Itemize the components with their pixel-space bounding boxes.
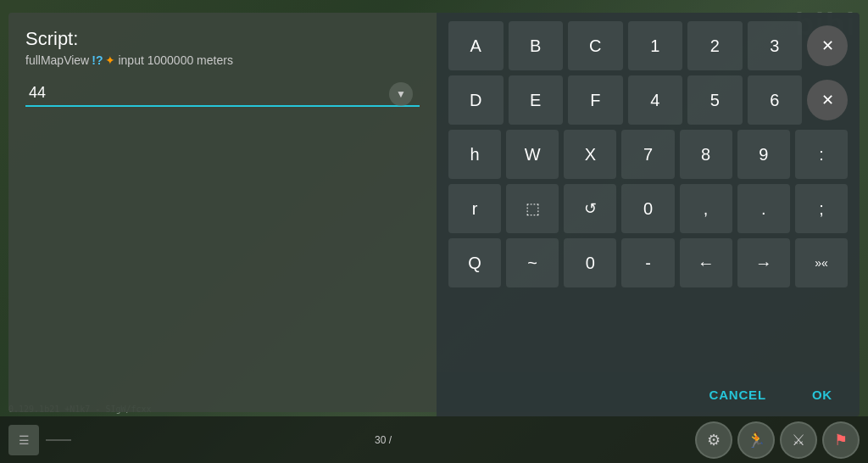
dialog-container: Script: fullMapView !? ✦ input 1000000 m…: [8, 13, 860, 412]
keyboard-row-2: D E F 4 5 6 ✕: [448, 75, 848, 125]
input-wrapper: ▼: [25, 81, 420, 107]
key-4[interactable]: 4: [628, 75, 683, 125]
hud-btn-4[interactable]: ⚑: [822, 421, 860, 459]
key-9[interactable]: 9: [737, 130, 790, 179]
hud-left: ☰: [8, 425, 71, 455]
key-r[interactable]: r: [448, 184, 501, 233]
arrow-icon: ▼: [396, 88, 406, 100]
key-select-icon[interactable]: ⬚: [506, 184, 559, 233]
key-1[interactable]: 1: [628, 21, 683, 70]
key-C[interactable]: C: [568, 21, 623, 70]
key-5[interactable]: 5: [687, 75, 743, 125]
key-X[interactable]: X: [564, 130, 616, 179]
key-0a[interactable]: 0: [621, 184, 674, 233]
keyboard-row-5: Q ~ 0 - ← → »«: [448, 238, 848, 287]
key-6[interactable]: 6: [748, 75, 803, 125]
hud-right: ⚙ 🏃 ⚔ ⚑: [695, 421, 860, 459]
keyboard-row-3: h W X 7 8 9 :: [448, 130, 848, 179]
hud-btn-2[interactable]: 🏃: [737, 421, 775, 459]
key-0b[interactable]: 0: [564, 238, 616, 287]
key-E[interactable]: E: [509, 75, 564, 125]
description-text: fullMapView: [25, 53, 89, 67]
hud-btn-3[interactable]: ⚔: [780, 421, 817, 459]
script-label: Script:: [25, 28, 420, 50]
dropdown-arrow-btn[interactable]: ▼: [389, 82, 413, 106]
key-Q[interactable]: Q: [448, 238, 501, 287]
key-tilde[interactable]: ~: [506, 238, 559, 287]
key-colon[interactable]: :: [795, 130, 848, 179]
key-7[interactable]: 7: [621, 130, 674, 179]
key-W[interactable]: W: [506, 130, 559, 179]
key-D[interactable]: D: [448, 75, 504, 125]
hud-divider: [46, 439, 71, 441]
key-8[interactable]: 8: [680, 130, 732, 179]
hud-btn-1[interactable]: ⚙: [695, 421, 732, 459]
cancel-button[interactable]: CANCEL: [699, 381, 776, 409]
key-period[interactable]: .: [737, 184, 790, 233]
key-comma[interactable]: ,: [680, 184, 732, 233]
left-panel: Script: fullMapView !? ✦ input 1000000 m…: [8, 13, 437, 412]
key-semicolon[interactable]: ;: [795, 184, 848, 233]
key-3[interactable]: 3: [748, 21, 803, 70]
key-history-icon[interactable]: ↺: [564, 184, 616, 233]
keyboard-row-4: r ⬚ ↺ 0 , . ;: [448, 184, 848, 233]
keyboard-row-1: A B C 1 2 3 ✕: [448, 21, 848, 70]
action-bar: CANCEL OK: [437, 372, 860, 416]
hud-center-text: 30 /: [375, 434, 392, 446]
key-minus[interactable]: -: [621, 238, 674, 287]
backspace-btn-1[interactable]: ✕: [807, 25, 848, 66]
key-collapse[interactable]: »«: [795, 238, 848, 287]
key-right-arrow[interactable]: →: [737, 238, 790, 287]
key-h[interactable]: h: [448, 130, 501, 179]
backspace-btn-2[interactable]: ✕: [807, 80, 848, 120]
script-input[interactable]: [25, 81, 420, 107]
keyboard-panel: A B C 1 2 3 ✕ D E F 4 5 6 ✕ h W X 7 8 9 …: [437, 13, 860, 412]
hud-bar: ☰ 30 / ⚙ 🏃 ⚔ ⚑: [0, 416, 868, 463]
script-description: fullMapView !? ✦ input 1000000 meters: [25, 53, 420, 67]
key-2[interactable]: 2: [687, 21, 743, 70]
key-A[interactable]: A: [448, 21, 504, 70]
ok-button[interactable]: OK: [802, 381, 843, 409]
key-F[interactable]: F: [568, 75, 623, 125]
hud-menu-icon[interactable]: ☰: [8, 425, 39, 455]
exclaim-icon: !?: [92, 53, 103, 67]
description-suffix: input 1000000 meters: [118, 53, 232, 67]
star-icon: ✦: [105, 53, 115, 67]
key-B[interactable]: B: [509, 21, 564, 70]
key-left-arrow[interactable]: ←: [680, 238, 732, 287]
